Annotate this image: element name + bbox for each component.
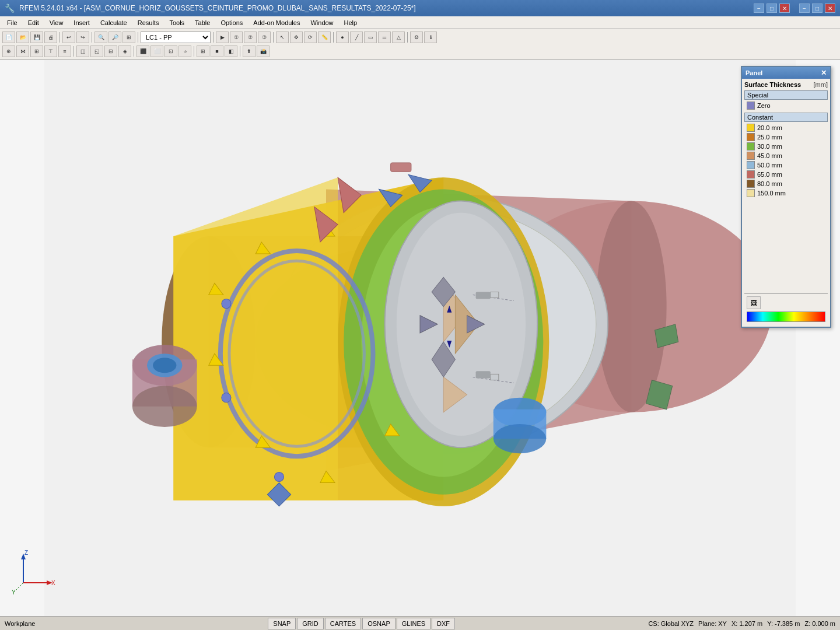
maximize-button[interactable]: □ (812, 4, 822, 13)
tb-iso[interactable]: ⟐ (178, 46, 191, 57)
svg-rect-58 (476, 371, 491, 378)
cs-status: CS: Global XYZ (648, 620, 694, 627)
zero-label: Zero (757, 102, 771, 109)
menu-calculate[interactable]: Calculate (96, 18, 132, 27)
tb-move[interactable]: ✥ (290, 32, 303, 43)
color-box-5 (747, 170, 755, 178)
tb-zoom-in[interactable]: 🔍 (94, 32, 107, 43)
tb-export[interactable]: ⬆ (243, 46, 256, 57)
svg-text:Z: Z (24, 550, 28, 556)
tb-measure[interactable]: 📏 (318, 32, 331, 43)
svg-text:X: X (51, 580, 55, 586)
cartes-button[interactable]: CARTES (325, 618, 361, 629)
toolbar-sep-11 (240, 46, 240, 57)
tb-zoom-fit[interactable]: ⊞ (123, 32, 135, 43)
toolbar-sep-5 (273, 32, 274, 43)
legend-item-4: 50.0 mm (744, 160, 828, 170)
dxf-button[interactable]: DXF (432, 618, 455, 629)
status-right-coords: CS: Global XYZ Plane: XY X: 1.207 m Y: -… (648, 620, 835, 627)
tb-dim[interactable]: ◫ (76, 46, 89, 57)
tb-wire[interactable]: ⊞ (197, 46, 209, 57)
tb-support[interactable]: △ (392, 32, 405, 43)
tb-open[interactable]: 📂 (16, 32, 29, 43)
tb-rotate[interactable]: ⟳ (304, 32, 317, 43)
tb-front[interactable]: ⬛ (136, 46, 149, 57)
tb-new[interactable]: 📄 (2, 32, 15, 43)
tb-render[interactable]: ▶ (216, 32, 229, 43)
tb-view3[interactable]: ③ (258, 32, 271, 43)
special-section-label: Special (744, 90, 828, 100)
inner-minimize-button[interactable]: − (754, 4, 764, 13)
workplane-label: Workplane (5, 620, 35, 627)
tb-snap[interactable]: ⋈ (16, 46, 29, 57)
legend-item-7: 150.0 mm (744, 188, 828, 198)
toolbar-sep-9 (134, 46, 134, 57)
inner-close-button[interactable]: ✕ (779, 4, 790, 13)
tb-back[interactable]: ⬜ (150, 46, 163, 57)
tb-surface[interactable]: ▭ (364, 32, 377, 43)
menu-insert[interactable]: Insert (69, 18, 94, 27)
menu-results[interactable]: Results (133, 18, 164, 27)
close-button[interactable]: ✕ (825, 4, 835, 13)
color-box-2 (747, 142, 755, 150)
tb-redo[interactable]: ↪ (76, 32, 89, 43)
toolbar-sep-1 (60, 32, 60, 43)
menu-file[interactable]: File (2, 18, 22, 27)
panel-bottom-buttons: 🖼 (744, 293, 828, 312)
tb-solid[interactable]: ■ (211, 46, 223, 57)
grid-button[interactable]: GRID (297, 618, 324, 629)
tb-view2[interactable]: ② (244, 32, 257, 43)
tb-line[interactable]: ╱ (350, 32, 363, 43)
tb-display[interactable]: ◱ (90, 46, 103, 57)
legend-item-2: 30.0 mm (744, 142, 828, 151)
panel-image-button[interactable]: 🖼 (747, 296, 761, 309)
toolbar-sep-7 (407, 32, 408, 43)
tb-layers[interactable]: ≡ (58, 46, 71, 57)
app-icon: 🔧 (5, 4, 15, 13)
menu-table[interactable]: Table (190, 18, 215, 27)
menu-options[interactable]: Options (216, 18, 247, 27)
viewport[interactable]: Z X Y (0, 60, 840, 618)
panel-close-button[interactable]: ✕ (821, 69, 827, 77)
tb-info[interactable]: ℹ (424, 32, 437, 43)
glines-button[interactable]: GLINES (397, 618, 430, 629)
menu-view[interactable]: View (45, 18, 68, 27)
svg-rect-56 (391, 163, 411, 172)
menu-window[interactable]: Window (306, 18, 338, 27)
tb-pointer[interactable]: ⊕ (2, 46, 15, 57)
tb-shade[interactable]: ◧ (225, 46, 237, 57)
tb-settings[interactable]: ⚙ (410, 32, 423, 43)
snap-button[interactable]: SNAP (268, 618, 296, 629)
inner-maximize-button[interactable]: □ (766, 4, 777, 13)
color-box-0 (747, 124, 755, 132)
tb-top[interactable]: ⊡ (164, 46, 177, 57)
tb-view1[interactable]: ① (230, 32, 243, 43)
legend-item-3: 45.0 mm (744, 151, 828, 160)
color-box-7 (747, 189, 755, 197)
tb-save[interactable]: 💾 (30, 32, 43, 43)
color-box-6 (747, 180, 755, 188)
svg-rect-57 (476, 292, 491, 299)
tb-undo[interactable]: ↩ (62, 32, 75, 43)
menu-help[interactable]: Help (340, 18, 362, 27)
menu-tools[interactable]: Tools (164, 18, 189, 27)
tb-zoom-out[interactable]: 🔎 (108, 32, 121, 43)
tb-filter[interactable]: ⊟ (104, 46, 117, 57)
tb-node[interactable]: ● (336, 32, 349, 43)
menu-edit[interactable]: Edit (23, 18, 44, 27)
tb-ortho[interactable]: ⊤ (44, 46, 57, 57)
tb-color[interactable]: ◈ (118, 46, 131, 57)
osnap-button[interactable]: OSNAP (362, 618, 396, 629)
tb-select[interactable]: ↖ (276, 32, 289, 43)
legend-label-2: 30.0 mm (757, 143, 782, 150)
load-case-combo[interactable]: LC1 - PP (141, 32, 211, 43)
color-box-3 (747, 152, 755, 160)
legend-zero: Zero (744, 101, 828, 110)
tb-grid-snap[interactable]: ⊞ (30, 46, 43, 57)
menu-addon[interactable]: Add-on Modules (249, 18, 304, 27)
tb-screenshot[interactable]: 📸 (257, 46, 270, 57)
toolbar-row-1: 📄 📂 💾 🖨 ↩ ↪ 🔍 🔎 ⊞ LC1 - PP ▶ ① ② ③ ↖ ✥ ⟳… (2, 30, 838, 44)
tb-member[interactable]: ═ (378, 32, 391, 43)
tb-print[interactable]: 🖨 (44, 32, 57, 43)
minimize-button[interactable]: − (799, 4, 810, 13)
